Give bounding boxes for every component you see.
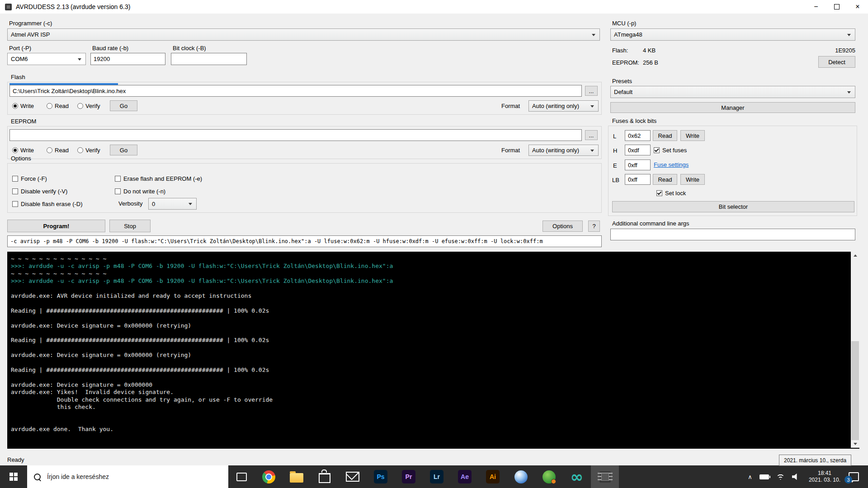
maximize-button[interactable] bbox=[826, 0, 847, 14]
fuses-write-button[interactable]: Write bbox=[680, 130, 705, 141]
help-button[interactable]: ? bbox=[588, 221, 600, 232]
fuses-read-button[interactable]: Read bbox=[653, 130, 677, 141]
notification-badge: 3 bbox=[844, 476, 852, 483]
eeprom-write-radio[interactable]: Write bbox=[12, 145, 34, 155]
port-select[interactable]: COM6 bbox=[7, 53, 86, 65]
flash-verify-radio[interactable]: Verify bbox=[77, 101, 100, 110]
photoshop-taskbar-button[interactable]: Ps bbox=[367, 465, 395, 488]
bit-selector-button[interactable]: Bit selector bbox=[612, 201, 854, 212]
avrdudess-window: AVRDUDESS 2.13 (avrdude version 6.3) − ×… bbox=[0, 0, 868, 488]
illustrator-taskbar-button[interactable]: Ai bbox=[479, 465, 507, 488]
fuse-l-label: L bbox=[613, 133, 616, 140]
do-not-write-checkbox[interactable]: Do not write (-n) bbox=[115, 187, 165, 195]
chrome-taskbar-button[interactable] bbox=[255, 465, 283, 488]
lock-write-button[interactable]: Write bbox=[680, 174, 705, 185]
eeprom-file-input[interactable] bbox=[9, 129, 582, 141]
eeprom-read-radio[interactable]: Read bbox=[47, 145, 69, 155]
flash-write-radio[interactable]: Write bbox=[12, 101, 34, 110]
taskbar-search[interactable] bbox=[27, 465, 228, 488]
chevron-up-icon[interactable]: ∧ bbox=[744, 474, 756, 480]
console-line: avrdude.exe: Device signature = 0x000000 bbox=[11, 381, 859, 389]
verbosity-select[interactable]: 0 bbox=[148, 198, 197, 210]
radio-icon bbox=[47, 103, 52, 109]
mcu-select[interactable]: ATmega48 bbox=[610, 28, 855, 41]
infinity-app-taskbar-button[interactable]: ∞ bbox=[563, 465, 591, 488]
program-button[interactable]: Program! bbox=[7, 220, 105, 232]
eeprom-format-select[interactable]: Auto (writing only) bbox=[528, 145, 599, 156]
mail-taskbar-button[interactable] bbox=[339, 465, 367, 488]
flash-browse-button[interactable]: ... bbox=[585, 86, 598, 96]
avrdudess-taskbar-button[interactable] bbox=[591, 465, 619, 488]
console-line bbox=[11, 314, 859, 322]
console-line: Reading | ##############################… bbox=[11, 307, 859, 314]
scroll-up-button[interactable] bbox=[851, 252, 859, 259]
green-app-taskbar-button[interactable] bbox=[535, 465, 563, 488]
chevron-down-icon bbox=[78, 58, 81, 62]
stop-button[interactable]: Stop bbox=[109, 220, 151, 232]
console-line: avrdude.exe: Device signature = 0x000000… bbox=[11, 322, 859, 329]
eeprom-browse-button[interactable]: ... bbox=[585, 130, 598, 140]
console-line: avrdude.exe done. Thank you. bbox=[11, 426, 859, 433]
command-line-input[interactable] bbox=[7, 235, 602, 247]
presets-select[interactable]: Default bbox=[610, 86, 855, 98]
console-scrollbar[interactable] bbox=[851, 252, 859, 448]
extra-args-input[interactable] bbox=[610, 229, 855, 240]
start-button[interactable] bbox=[0, 465, 27, 488]
manager-button[interactable]: Manager bbox=[610, 102, 855, 113]
search-input[interactable] bbox=[46, 473, 202, 481]
volume-icon[interactable] bbox=[792, 474, 800, 480]
premiere-taskbar-button[interactable]: Pr bbox=[395, 465, 423, 488]
fuses-group: L Read Write H Set fuses E Fuse settings… bbox=[608, 126, 857, 216]
baud-rate-input[interactable] bbox=[90, 53, 165, 65]
mcu-flash-label: Flash: bbox=[612, 47, 628, 54]
set-fuses-checkbox[interactable]: Set fuses bbox=[654, 146, 687, 154]
microsoft-store-taskbar-button[interactable] bbox=[311, 465, 339, 488]
eeprom-group: ... Write Read Verify Go Format Auto (wr… bbox=[7, 126, 602, 159]
checkbox-icon bbox=[12, 201, 18, 207]
programmer-select[interactable]: Atmel AVR ISP bbox=[7, 28, 600, 41]
fuse-e-input[interactable] bbox=[625, 160, 651, 170]
console-line: Double check connections and try again, … bbox=[11, 396, 859, 404]
eeprom-verify-radio[interactable]: Verify bbox=[77, 145, 100, 155]
disable-fl3ash-erase-checkbox[interactable]: Disable flash erase (-D) bbox=[12, 200, 83, 208]
scroll-down-button[interactable] bbox=[851, 440, 859, 448]
eeprom-go-button[interactable]: Go bbox=[110, 145, 137, 155]
detect-button[interactable]: Detect bbox=[818, 56, 855, 68]
force-label: Force (-F) bbox=[21, 175, 47, 182]
flash-go-button[interactable]: Go bbox=[110, 100, 137, 111]
wifi-icon[interactable] bbox=[776, 474, 785, 480]
do-not-write-label: Do not write (-n) bbox=[123, 188, 165, 195]
flash-read-radio[interactable]: Read bbox=[47, 101, 69, 110]
notification-icon[interactable]: 3 bbox=[849, 472, 859, 481]
minimize-button[interactable]: − bbox=[806, 0, 826, 14]
lightroom-icon: Lr bbox=[430, 470, 443, 483]
port-label: Port (-P) bbox=[9, 45, 31, 52]
lock-read-button[interactable]: Read bbox=[653, 174, 677, 185]
checkbox-icon bbox=[656, 190, 662, 196]
blue-app-taskbar-button[interactable] bbox=[507, 465, 535, 488]
console-line bbox=[11, 359, 859, 366]
task-view-button[interactable] bbox=[228, 465, 255, 488]
eeprom-format-selected: Auto (writing only) bbox=[532, 147, 579, 154]
lightroom-taskbar-button[interactable]: Lr bbox=[423, 465, 451, 488]
erase-flash-eeprom-checkbox[interactable]: Erase flash and EEPROM (-e) bbox=[115, 174, 202, 183]
fuse-l-input[interactable] bbox=[625, 130, 651, 141]
bit-clock-input[interactable] bbox=[171, 53, 247, 65]
fuse-settings-link[interactable]: Fuse settings bbox=[654, 161, 689, 168]
lock-bits-input[interactable] bbox=[625, 174, 651, 185]
close-button[interactable]: × bbox=[847, 0, 868, 14]
set-lock-checkbox[interactable]: Set lock bbox=[656, 189, 686, 197]
battery-icon[interactable] bbox=[760, 474, 769, 479]
premiere-icon: Pr bbox=[402, 470, 415, 483]
taskbar-clock[interactable]: 18:41 2021. 03. 10. bbox=[803, 470, 846, 483]
options-button[interactable]: Options bbox=[542, 221, 583, 232]
console-line: ~ ~ ~ ~ ~ ~ ~ ~ ~ ~ ~ ~ ~ ~ bbox=[11, 270, 859, 277]
after-effects-taskbar-button[interactable]: Ae bbox=[451, 465, 479, 488]
scrollbar-thumb[interactable] bbox=[851, 341, 859, 441]
disable-verify-checkbox[interactable]: Disable verify (-V) bbox=[12, 187, 67, 195]
flash-format-select[interactable]: Auto (writing only) bbox=[528, 100, 599, 112]
force-checkbox[interactable]: Force (-F) bbox=[12, 174, 47, 183]
file-explorer-taskbar-button[interactable] bbox=[283, 465, 311, 488]
fuse-h-input[interactable] bbox=[625, 145, 651, 155]
flash-file-input[interactable] bbox=[9, 85, 582, 97]
